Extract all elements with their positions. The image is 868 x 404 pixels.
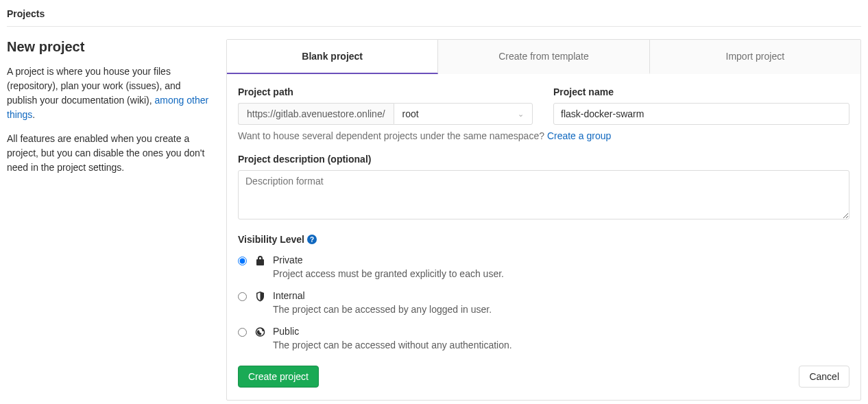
create-project-button[interactable]: Create project — [238, 366, 319, 388]
project-description-input[interactable] — [238, 170, 849, 219]
project-name-input[interactable] — [553, 103, 849, 125]
visibility-public-radio[interactable] — [238, 328, 247, 337]
tab-import-project[interactable]: Import project — [650, 40, 860, 74]
create-group-link[interactable]: Create a group — [547, 130, 611, 141]
visibility-internal-desc: The project can be accessed by any logge… — [273, 304, 492, 315]
namespace-select[interactable]: root ⌄ — [394, 103, 533, 125]
side-desc-1: A project is where you house your files … — [7, 64, 213, 122]
tabs: Blank project Create from template Impor… — [227, 40, 860, 74]
cancel-button[interactable]: Cancel — [799, 366, 849, 388]
divider — [7, 26, 861, 27]
visibility-public-desc: The project can be accessed without any … — [273, 340, 512, 350]
chevron-down-icon: ⌄ — [518, 110, 524, 119]
namespace-value: root — [402, 108, 419, 119]
help-icon[interactable]: ? — [307, 235, 317, 244]
project-description-label: Project description (optional) — [238, 154, 849, 165]
visibility-private-title: Private — [273, 254, 504, 265]
side-desc-2: All features are enabled when you create… — [7, 132, 213, 175]
visibility-internal-title: Internal — [273, 290, 492, 301]
shield-icon — [254, 291, 266, 302]
main-panel: Blank project Create from template Impor… — [226, 39, 861, 401]
tab-create-from-template[interactable]: Create from template — [438, 40, 649, 74]
globe-icon — [254, 326, 266, 337]
visibility-public-title: Public — [273, 326, 512, 337]
group-helper: Want to house several dependent projects… — [238, 130, 849, 141]
breadcrumb[interactable]: Projects — [7, 5, 861, 26]
visibility-internal-radio[interactable] — [238, 292, 247, 301]
project-name-label: Project name — [553, 86, 849, 97]
visibility-private-desc: Project access must be granted explicitl… — [273, 268, 504, 279]
project-path-label: Project path — [238, 86, 533, 97]
project-path-addon: https://gitlab.avenuestore.online/ — [238, 103, 394, 125]
page-title: New project — [7, 39, 213, 55]
lock-icon — [254, 255, 266, 266]
tab-blank-project[interactable]: Blank project — [227, 40, 438, 74]
visibility-private-radio[interactable] — [238, 257, 247, 265]
visibility-level-label: Visibility Level — [238, 234, 304, 245]
side-panel: New project A project is where you house… — [7, 39, 213, 401]
